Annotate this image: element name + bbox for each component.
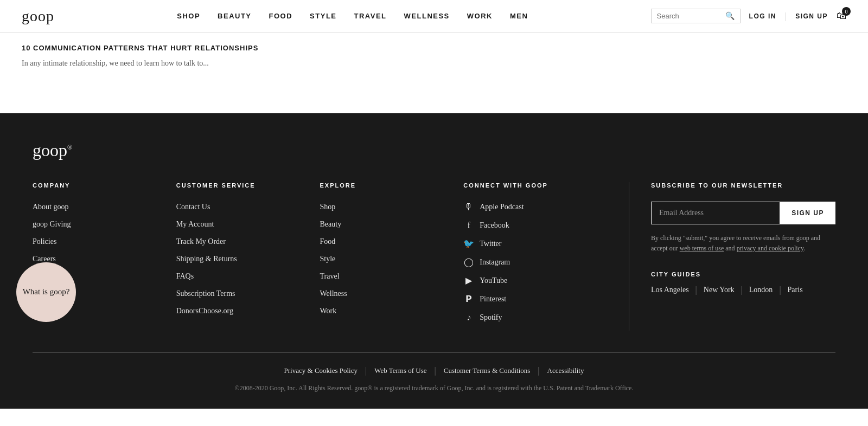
nav-item-travel[interactable]: TRAVEL xyxy=(354,12,387,20)
footer-bottom-link-web-terms-of-use[interactable]: Web Terms of Use xyxy=(374,366,426,375)
newsletter-col: SUBSCRIBE TO OUR NEWSLETTER SIGN UP By c… xyxy=(651,182,835,331)
list-item: My Account xyxy=(176,219,320,229)
list-item: goop Giving xyxy=(33,219,176,229)
cart-icon[interactable]: 🛍 0 xyxy=(837,10,846,22)
nav-item-beauty[interactable]: BEAUTY xyxy=(218,12,251,20)
pinterest-icon: 𝗣 xyxy=(463,294,474,305)
article-excerpt: In any intimate relationship, we need to… xyxy=(22,57,846,69)
city-divider: | xyxy=(741,285,743,295)
footer-bottom-link-privacy--cookies-policy[interactable]: Privacy & Cookies Policy xyxy=(284,366,358,375)
customer-service-links: Contact UsMy AccountTrack My OrderShippi… xyxy=(176,202,320,315)
cs-link-donorschoose.org[interactable]: DonorsChoose.org xyxy=(176,307,233,315)
city-divider: | xyxy=(779,285,781,295)
nav-item-shop[interactable]: SHOP xyxy=(177,12,200,20)
explore-link-style[interactable]: Style xyxy=(320,255,336,263)
footer-logo: goop® xyxy=(33,140,72,160)
social-link-spotify[interactable]: ♪Spotify xyxy=(463,312,607,323)
social-label: Apple Podcast xyxy=(480,203,524,211)
list-item: Contact Us xyxy=(176,202,320,211)
explore-link-work[interactable]: Work xyxy=(320,307,337,315)
cs-link-track-my-order[interactable]: Track My Order xyxy=(176,237,226,246)
newsletter-email-input[interactable] xyxy=(651,202,780,224)
social-link-instagram[interactable]: ◯Instagram xyxy=(463,257,607,268)
social-label: Spotify xyxy=(480,313,502,322)
footer-link-divider: | xyxy=(538,366,539,376)
article-title: 10 COMMUNICATION PATTERNS THAT HURT RELA… xyxy=(22,43,846,53)
city-guide-london[interactable]: London xyxy=(749,286,773,294)
search-box[interactable]: 🔍 xyxy=(651,9,741,23)
nav-item-food[interactable]: FOOD xyxy=(269,12,293,20)
social-label: YouTube xyxy=(480,276,507,285)
explore-link-beauty[interactable]: Beauty xyxy=(320,220,342,228)
list-item: Style xyxy=(320,254,464,263)
social-link-pinterest[interactable]: 𝗣Pinterest xyxy=(463,294,607,305)
newsletter-form: SIGN UP xyxy=(651,202,835,224)
explore-link-food[interactable]: Food xyxy=(320,237,336,246)
company-link-goop-giving[interactable]: goop Giving xyxy=(33,220,71,228)
signup-link[interactable]: SIGN UP xyxy=(795,12,828,20)
footer-bottom-links: Privacy & Cookies Policy|Web Terms of Us… xyxy=(33,366,835,376)
footer-bottom-link-accessibility[interactable]: Accessibility xyxy=(547,366,584,375)
nav-item-men[interactable]: MEN xyxy=(510,12,528,20)
newsletter-disclaimer: By clicking "submit," you agree to recei… xyxy=(651,233,835,254)
footer: goop® COMPANY About goopgoop GivingPolic… xyxy=(0,113,868,409)
header: goop SHOPBEAUTYFOODSTYLETRAVELWELLNESSWO… xyxy=(0,0,868,33)
city-guide-los-angeles[interactable]: Los Angeles xyxy=(651,286,689,294)
cs-link-subscription-terms[interactable]: Subscription Terms xyxy=(176,289,235,298)
cart-badge: 0 xyxy=(842,7,851,16)
header-actions: 🔍 LOG IN | SIGN UP 🛍 0 xyxy=(651,9,846,23)
what-is-goop-label: What is goop? xyxy=(23,286,70,298)
social-label: Facebook xyxy=(480,221,509,230)
social-link-youtube[interactable]: ▶YouTube xyxy=(463,275,607,286)
youtube-icon: ▶ xyxy=(463,275,474,286)
footer-link-divider: | xyxy=(435,366,436,376)
list-item: Track My Order xyxy=(176,236,320,246)
customer-service-col: CUSTOMER SERVICE Contact UsMy AccountTra… xyxy=(176,182,320,331)
cs-link-shipping-&-returns[interactable]: Shipping & Returns xyxy=(176,255,237,263)
newsletter-signup-button[interactable]: SIGN UP xyxy=(780,202,835,224)
web-terms-link[interactable]: web terms of use xyxy=(680,244,724,252)
header-logo[interactable]: goop xyxy=(22,8,54,25)
instagram-icon: ◯ xyxy=(463,257,474,268)
list-item: Travel xyxy=(320,271,464,281)
nav-item-work[interactable]: WORK xyxy=(467,12,493,20)
list-item: Policies xyxy=(33,236,176,246)
social-link-twitter[interactable]: 🐦Twitter xyxy=(463,238,607,249)
footer-bottom-link-customer-terms--conditions[interactable]: Customer Terms & Conditions xyxy=(444,366,531,375)
facebook-icon: f xyxy=(463,220,474,231)
search-icon: 🔍 xyxy=(725,11,735,21)
list-item: Wellness xyxy=(320,288,464,298)
explore-link-shop[interactable]: Shop xyxy=(320,203,336,211)
social-link-facebook[interactable]: fFacebook xyxy=(463,220,607,231)
cs-link-my-account[interactable]: My Account xyxy=(176,220,214,228)
city-divider: | xyxy=(695,285,697,295)
explore-title: EXPLORE xyxy=(320,182,464,189)
city-guide-paris[interactable]: Paris xyxy=(788,286,803,294)
apple-podcast-icon: 🎙 xyxy=(463,202,474,212)
list-item: Shop xyxy=(320,202,464,211)
newsletter-title: SUBSCRIBE TO OUR NEWSLETTER xyxy=(651,182,835,189)
company-link-about-goop[interactable]: About goop xyxy=(33,203,69,211)
what-is-goop-button[interactable]: What is goop? xyxy=(16,262,76,322)
list-item: Beauty xyxy=(320,219,464,229)
explore-link-travel[interactable]: Travel xyxy=(320,272,340,280)
main-nav: SHOPBEAUTYFOODSTYLETRAVELWELLNESSWORKMEN xyxy=(177,12,528,20)
company-link-policies[interactable]: Policies xyxy=(33,237,56,246)
spotify-icon: ♪ xyxy=(463,312,474,323)
social-label: Pinterest xyxy=(480,295,506,304)
nav-item-style[interactable]: STYLE xyxy=(310,12,336,20)
explore-link-wellness[interactable]: Wellness xyxy=(320,289,347,298)
divider: | xyxy=(785,11,787,21)
privacy-link[interactable]: privacy and cookie policy xyxy=(737,244,804,252)
social-link-apple-podcast[interactable]: 🎙Apple Podcast xyxy=(463,202,607,212)
cs-link-contact-us[interactable]: Contact Us xyxy=(176,203,210,211)
city-guide-new-york[interactable]: New York xyxy=(704,286,735,294)
cs-link-faqs[interactable]: FAQs xyxy=(176,272,194,280)
list-item: About goop xyxy=(33,202,176,211)
login-link[interactable]: LOG IN xyxy=(749,12,776,20)
search-input[interactable] xyxy=(657,12,722,20)
company-link-careers[interactable]: Careers xyxy=(33,255,56,263)
list-item: Food xyxy=(320,236,464,246)
connect-col: CONNECT WITH GOOP 🎙Apple PodcastfFaceboo… xyxy=(463,182,607,331)
nav-item-wellness[interactable]: WELLNESS xyxy=(404,12,450,20)
